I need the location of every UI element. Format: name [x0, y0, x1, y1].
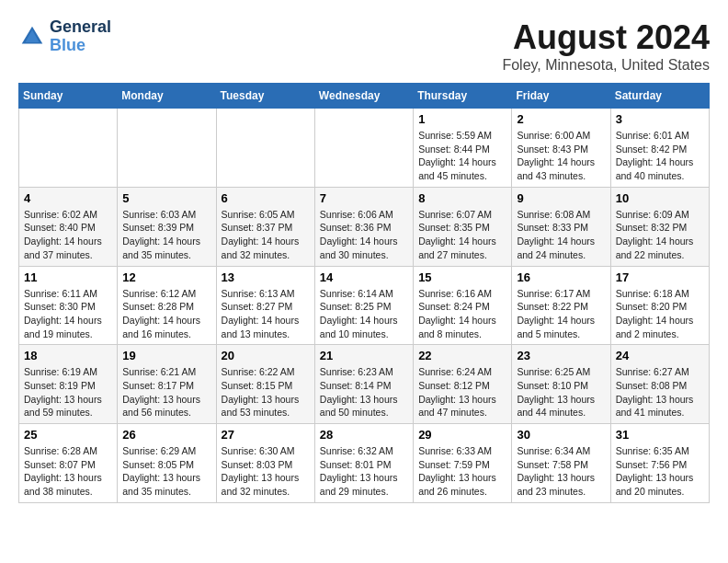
- calendar-cell: 26Sunrise: 6:29 AM Sunset: 8:05 PM Dayli…: [118, 424, 216, 503]
- calendar-week-3: 11Sunrise: 6:11 AM Sunset: 8:30 PM Dayli…: [19, 266, 710, 345]
- day-number: 11: [24, 270, 112, 284]
- calendar-cell: 21Sunrise: 6:23 AM Sunset: 8:14 PM Dayli…: [314, 345, 413, 424]
- day-number: 29: [418, 428, 506, 442]
- day-number: 26: [122, 428, 210, 442]
- day-info: Sunrise: 6:35 AM Sunset: 7:56 PM Dayligh…: [616, 444, 704, 499]
- logo-line2: Blue: [50, 37, 111, 55]
- day-number: 19: [122, 349, 210, 362]
- calendar-cell: 3Sunrise: 6:01 AM Sunset: 8:42 PM Daylig…: [610, 109, 709, 188]
- day-number: 3: [616, 112, 704, 126]
- day-info: Sunrise: 6:21 AM Sunset: 8:17 PM Dayligh…: [122, 365, 210, 419]
- day-info: Sunrise: 6:27 AM Sunset: 8:08 PM Dayligh…: [616, 365, 704, 419]
- day-number: 10: [616, 191, 704, 205]
- day-header-wednesday: Wednesday: [314, 84, 413, 109]
- day-number: 16: [517, 270, 605, 284]
- day-number: 12: [122, 270, 210, 284]
- calendar-cell: 29Sunrise: 6:33 AM Sunset: 7:59 PM Dayli…: [414, 424, 512, 503]
- calendar-cell: 22Sunrise: 6:24 AM Sunset: 8:12 PM Dayli…: [414, 345, 512, 424]
- logo: General Blue: [18, 18, 111, 55]
- day-header-tuesday: Tuesday: [216, 84, 314, 109]
- calendar-week-5: 25Sunrise: 6:28 AM Sunset: 8:07 PM Dayli…: [19, 424, 710, 503]
- day-info: Sunrise: 6:28 AM Sunset: 8:07 PM Dayligh…: [24, 444, 112, 499]
- day-info: Sunrise: 6:13 AM Sunset: 8:27 PM Dayligh…: [222, 287, 310, 341]
- calendar-cell: 14Sunrise: 6:14 AM Sunset: 8:25 PM Dayli…: [314, 266, 413, 345]
- calendar-cell: 5Sunrise: 6:03 AM Sunset: 8:39 PM Daylig…: [118, 187, 216, 266]
- day-info: Sunrise: 6:11 AM Sunset: 8:30 PM Dayligh…: [24, 287, 112, 341]
- calendar-week-2: 4Sunrise: 6:02 AM Sunset: 8:40 PM Daylig…: [19, 187, 710, 266]
- day-number: 30: [517, 428, 605, 442]
- page-header: General Blue August 2024 Foley, Minnesot…: [18, 18, 710, 74]
- calendar-cell: 7Sunrise: 6:06 AM Sunset: 8:36 PM Daylig…: [314, 187, 413, 266]
- location: Foley, Minnesota, United States: [502, 57, 710, 74]
- day-number: 14: [320, 270, 408, 284]
- day-number: 27: [222, 428, 310, 442]
- calendar-cell: 31Sunrise: 6:35 AM Sunset: 7:56 PM Dayli…: [610, 424, 709, 503]
- day-number: 24: [616, 349, 704, 362]
- day-number: 31: [616, 428, 704, 442]
- day-number: 25: [24, 428, 112, 442]
- calendar-week-1: 1Sunrise: 5:59 AM Sunset: 8:44 PM Daylig…: [19, 109, 710, 188]
- day-info: Sunrise: 5:59 AM Sunset: 8:44 PM Dayligh…: [418, 129, 506, 183]
- calendar-cell: 27Sunrise: 6:30 AM Sunset: 8:03 PM Dayli…: [216, 424, 314, 503]
- day-header-friday: Friday: [512, 84, 610, 109]
- day-info: Sunrise: 6:03 AM Sunset: 8:39 PM Dayligh…: [122, 208, 210, 262]
- calendar-cell: 11Sunrise: 6:11 AM Sunset: 8:30 PM Dayli…: [19, 266, 118, 345]
- day-info: Sunrise: 6:34 AM Sunset: 7:58 PM Dayligh…: [517, 444, 605, 499]
- calendar-week-4: 18Sunrise: 6:19 AM Sunset: 8:19 PM Dayli…: [19, 345, 710, 424]
- day-info: Sunrise: 6:19 AM Sunset: 8:19 PM Dayligh…: [24, 365, 112, 419]
- calendar-cell: 8Sunrise: 6:07 AM Sunset: 8:35 PM Daylig…: [414, 187, 512, 266]
- day-info: Sunrise: 6:24 AM Sunset: 8:12 PM Dayligh…: [418, 365, 506, 419]
- day-header-sunday: Sunday: [19, 84, 118, 109]
- day-info: Sunrise: 6:09 AM Sunset: 8:32 PM Dayligh…: [616, 208, 704, 262]
- day-info: Sunrise: 6:29 AM Sunset: 8:05 PM Dayligh…: [122, 444, 210, 499]
- day-info: Sunrise: 6:17 AM Sunset: 8:22 PM Dayligh…: [517, 287, 605, 341]
- calendar-cell: 2Sunrise: 6:00 AM Sunset: 8:43 PM Daylig…: [512, 109, 610, 188]
- day-number: 28: [320, 428, 408, 442]
- calendar-table: SundayMondayTuesdayWednesdayThursdayFrid…: [18, 83, 710, 503]
- day-header-saturday: Saturday: [610, 84, 709, 109]
- calendar-cell: 15Sunrise: 6:16 AM Sunset: 8:24 PM Dayli…: [414, 266, 512, 345]
- calendar-cell: 1Sunrise: 5:59 AM Sunset: 8:44 PM Daylig…: [414, 109, 512, 188]
- calendar-cell: [118, 109, 216, 188]
- day-number: 7: [320, 191, 408, 205]
- logo-icon: [18, 23, 46, 51]
- calendar-cell: 16Sunrise: 6:17 AM Sunset: 8:22 PM Dayli…: [512, 266, 610, 345]
- calendar-cell: 9Sunrise: 6:08 AM Sunset: 8:33 PM Daylig…: [512, 187, 610, 266]
- day-number: 18: [24, 349, 112, 362]
- calendar-cell: 19Sunrise: 6:21 AM Sunset: 8:17 PM Dayli…: [118, 345, 216, 424]
- day-info: Sunrise: 6:01 AM Sunset: 8:42 PM Dayligh…: [616, 129, 704, 183]
- calendar-cell: 4Sunrise: 6:02 AM Sunset: 8:40 PM Daylig…: [19, 187, 118, 266]
- month-year: August 2024: [502, 18, 710, 57]
- day-info: Sunrise: 6:06 AM Sunset: 8:36 PM Dayligh…: [320, 208, 408, 262]
- title-block: August 2024 Foley, Minnesota, United Sta…: [502, 18, 710, 74]
- day-number: 5: [122, 191, 210, 205]
- calendar-cell: 12Sunrise: 6:12 AM Sunset: 8:28 PM Dayli…: [118, 266, 216, 345]
- calendar-cell: 20Sunrise: 6:22 AM Sunset: 8:15 PM Dayli…: [216, 345, 314, 424]
- day-info: Sunrise: 6:16 AM Sunset: 8:24 PM Dayligh…: [418, 287, 506, 341]
- calendar-cell: 24Sunrise: 6:27 AM Sunset: 8:08 PM Dayli…: [610, 345, 709, 424]
- day-number: 9: [517, 191, 605, 205]
- calendar-cell: 17Sunrise: 6:18 AM Sunset: 8:20 PM Dayli…: [610, 266, 709, 345]
- day-header-monday: Monday: [118, 84, 216, 109]
- day-number: 23: [517, 349, 605, 362]
- day-info: Sunrise: 6:30 AM Sunset: 8:03 PM Dayligh…: [222, 444, 310, 499]
- day-info: Sunrise: 6:25 AM Sunset: 8:10 PM Dayligh…: [517, 365, 605, 419]
- day-info: Sunrise: 6:00 AM Sunset: 8:43 PM Dayligh…: [517, 129, 605, 183]
- day-info: Sunrise: 6:22 AM Sunset: 8:15 PM Dayligh…: [222, 365, 310, 419]
- day-info: Sunrise: 6:12 AM Sunset: 8:28 PM Dayligh…: [122, 287, 210, 341]
- calendar-cell: 10Sunrise: 6:09 AM Sunset: 8:32 PM Dayli…: [610, 187, 709, 266]
- day-number: 8: [418, 191, 506, 205]
- calendar-cell: 13Sunrise: 6:13 AM Sunset: 8:27 PM Dayli…: [216, 266, 314, 345]
- day-info: Sunrise: 6:18 AM Sunset: 8:20 PM Dayligh…: [616, 287, 704, 341]
- day-number: 4: [24, 191, 112, 205]
- calendar-cell: 18Sunrise: 6:19 AM Sunset: 8:19 PM Dayli…: [19, 345, 118, 424]
- day-info: Sunrise: 6:33 AM Sunset: 7:59 PM Dayligh…: [418, 444, 506, 499]
- calendar-cell: 6Sunrise: 6:05 AM Sunset: 8:37 PM Daylig…: [216, 187, 314, 266]
- calendar-cell: 30Sunrise: 6:34 AM Sunset: 7:58 PM Dayli…: [512, 424, 610, 503]
- day-number: 22: [418, 349, 506, 362]
- calendar-cell: 23Sunrise: 6:25 AM Sunset: 8:10 PM Dayli…: [512, 345, 610, 424]
- calendar-header-row: SundayMondayTuesdayWednesdayThursdayFrid…: [19, 84, 710, 109]
- calendar-cell: 28Sunrise: 6:32 AM Sunset: 8:01 PM Dayli…: [314, 424, 413, 503]
- day-number: 1: [418, 112, 506, 126]
- day-number: 6: [222, 191, 310, 205]
